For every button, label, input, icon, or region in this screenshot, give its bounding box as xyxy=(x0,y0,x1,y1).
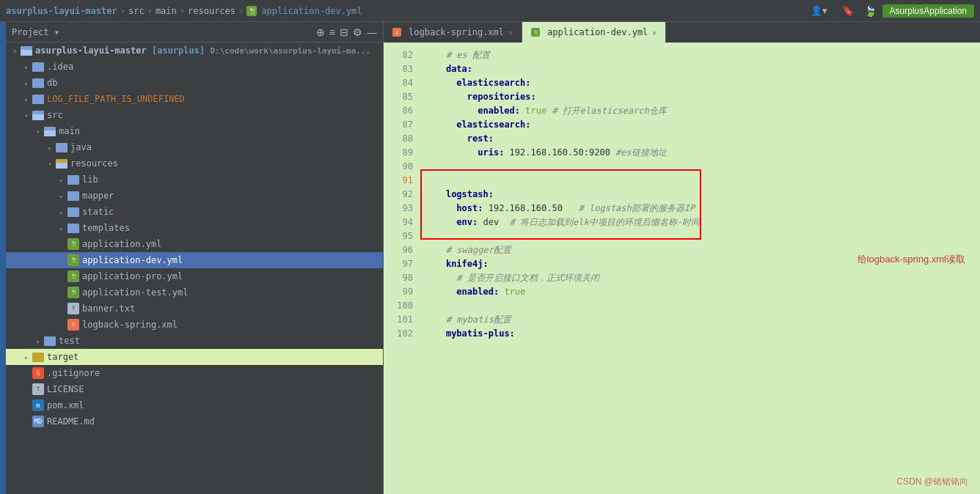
tab-app-dev[interactable]: 🍃 application-dev.yml ✕ xyxy=(522,22,666,43)
tab-app-dev-label: application-dev.yml xyxy=(547,27,648,37)
code-line-86: enabled: true # 打开elasticsearch仓库 xyxy=(420,104,980,118)
tree-item-banner[interactable]: T banner.txt xyxy=(6,301,383,317)
settings-btn[interactable]: ⚙ xyxy=(353,26,362,38)
tree-item-target[interactable]: target xyxy=(6,349,383,365)
folder-icon-templates xyxy=(67,224,79,233)
csdn-watermark: CSDN @铭铭铭向 xyxy=(896,476,968,488)
expand-all-btn[interactable]: ≡ xyxy=(329,26,335,38)
tree-label-lib: lib xyxy=(82,174,98,185)
tree-label-license: LICENSE xyxy=(47,384,84,394)
tree-item-main[interactable]: main xyxy=(6,123,383,139)
tree-label-logback: logback-spring.xml xyxy=(82,320,178,330)
tree-item-log[interactable]: LOG_FILE_PATH_IS_UNDEFINED xyxy=(6,91,383,107)
tree-label-java: java xyxy=(70,142,92,152)
yml-tab-icon: 🍃 xyxy=(531,28,540,37)
locate-file-btn[interactable]: ⊕ xyxy=(316,26,325,38)
tree-label-log: LOG_FILE_PATH_IS_UNDEFINED xyxy=(47,94,185,104)
folder-icon-src xyxy=(32,111,44,120)
user-icon-btn[interactable]: 👤▾ xyxy=(806,4,832,18)
folder-icon-main xyxy=(44,127,56,136)
main-layout: Project ▾ ⊕ ≡ ⊟ ⚙ — asurplus-layui-maste… xyxy=(0,22,980,494)
tree-item-readme[interactable]: MD README.md xyxy=(6,413,383,430)
tree-item-license[interactable]: T LICENSE xyxy=(6,381,383,397)
xml-tab-icon: X xyxy=(392,28,401,37)
code-line-83: data: xyxy=(420,62,980,76)
minimize-btn[interactable]: — xyxy=(367,26,377,38)
bookmark-btn[interactable]: 🔖 xyxy=(838,4,858,18)
tree-label-static: static xyxy=(82,207,114,217)
project-panel: Project ▾ ⊕ ≡ ⊟ ⚙ — asurplus-layui-maste… xyxy=(6,22,384,494)
tree-item-java[interactable]: java xyxy=(6,139,383,155)
tree-label-app-test-yml: application-test.yml xyxy=(82,287,189,298)
tree-item-resources[interactable]: resources xyxy=(6,155,383,172)
code-line-82: # es 配置 xyxy=(420,48,980,62)
collapse-all-btn[interactable]: ⊟ xyxy=(340,26,348,38)
tree-label-gitignore: .gitignore xyxy=(47,368,100,378)
panel-header: Project ▾ ⊕ ≡ ⊟ ⚙ — xyxy=(6,22,383,43)
txt-icon-license: T xyxy=(32,383,44,395)
editor-content: 82 83 84 85 86 87 88 89 90 91 92 93 94 9… xyxy=(384,44,980,494)
txt-icon-banner: T xyxy=(67,303,79,314)
tab-logback[interactable]: X logback-spring.xml ✕ xyxy=(384,22,522,43)
tree-item-root[interactable]: asurplus-layui-master [asurplus] D:\code… xyxy=(6,43,383,59)
pom-icon: m xyxy=(32,399,44,411)
tree-item-gitignore[interactable]: G .gitignore xyxy=(6,365,383,381)
line-numbers: 82 83 84 85 86 87 88 89 90 91 92 93 94 9… xyxy=(384,44,420,494)
breadcrumb-item-resources: resources xyxy=(188,6,235,16)
tree-item-app-yml[interactable]: 🍃 application.yml xyxy=(6,236,383,252)
tree-item-test[interactable]: test xyxy=(6,333,383,349)
tree-item-db[interactable]: db xyxy=(6,75,383,91)
tree-item-templates[interactable]: templates xyxy=(6,220,383,236)
yml-icon-test: 🍃 xyxy=(67,287,79,298)
breadcrumb-item-src: src xyxy=(128,6,145,16)
tree-item-lib[interactable]: lib xyxy=(6,172,383,188)
breadcrumb-icon: 🍃 xyxy=(246,6,257,16)
tree-item-src[interactable]: src xyxy=(6,107,383,123)
tree-item-app-dev-yml[interactable]: 🍃 application-dev.yml xyxy=(6,252,383,268)
tree-label-target: target xyxy=(47,352,78,362)
tree-label-app-dev-yml: application-dev.yml xyxy=(82,255,183,265)
left-strip xyxy=(0,22,6,494)
folder-icon-root xyxy=(21,46,32,56)
tree-item-idea[interactable]: .idea xyxy=(6,59,383,75)
code-line-99: enabled: true xyxy=(420,285,980,299)
code-line-92: logstash: xyxy=(420,188,980,202)
tree-label-main: main xyxy=(59,126,80,136)
tree-label-db: db xyxy=(47,78,57,88)
breadcrumb-item-file: application-dev.yml xyxy=(261,6,362,16)
git-icon: G xyxy=(32,367,44,379)
tree-item-static[interactable]: static xyxy=(6,204,383,220)
breadcrumb-item-root[interactable]: asurplus-layui-master xyxy=(6,6,117,16)
code-lines: # es 配置 data: elasticsearch: repositorie… xyxy=(420,44,980,494)
panel-title: Project ▾ xyxy=(12,27,310,37)
code-line-84: elasticsearch: xyxy=(420,76,980,90)
folder-icon-test xyxy=(44,336,56,346)
tab-app-dev-close[interactable]: ✕ xyxy=(652,29,657,37)
tree-label-pom: pom.xml xyxy=(47,400,84,410)
tree-item-app-test-yml[interactable]: 🍃 application-test.yml xyxy=(6,284,383,301)
folder-icon-target xyxy=(32,353,44,362)
run-app-icon: 🍃 xyxy=(864,5,877,17)
tree-label-templates: templates xyxy=(82,223,130,233)
tab-logback-close[interactable]: ✕ xyxy=(508,29,513,37)
tree-label-src: src xyxy=(47,110,63,120)
tree-item-app-pro-yml[interactable]: 🍃 application-pro.yml xyxy=(6,268,383,284)
editor-area: X logback-spring.xml ✕ 🍃 application-dev… xyxy=(384,22,980,494)
tree-label-idea: .idea xyxy=(47,62,73,72)
md-icon: MD xyxy=(32,416,44,427)
code-line-85: repositories: xyxy=(420,90,980,104)
yml-icon-pro: 🍃 xyxy=(67,270,79,282)
folder-icon-static xyxy=(67,207,79,217)
code-line-88: rest: xyxy=(420,132,980,146)
file-tree: asurplus-layui-master [asurplus] D:\code… xyxy=(6,43,383,494)
tree-item-logback[interactable]: X logback-spring.xml xyxy=(6,317,383,333)
breadcrumb-item-main: main xyxy=(156,6,177,16)
tree-item-mapper[interactable]: mapper xyxy=(6,188,383,204)
folder-icon-idea xyxy=(32,62,44,72)
tree-item-pom[interactable]: m pom.xml xyxy=(6,397,383,413)
tree-label-test: test xyxy=(59,336,80,346)
tree-label-app-yml: application.yml xyxy=(82,239,161,249)
tree-label-banner: banner.txt xyxy=(82,303,135,314)
run-app-button[interactable]: AsurplusApplication xyxy=(882,4,974,18)
tab-bar: X logback-spring.xml ✕ 🍃 application-dev… xyxy=(384,22,980,44)
